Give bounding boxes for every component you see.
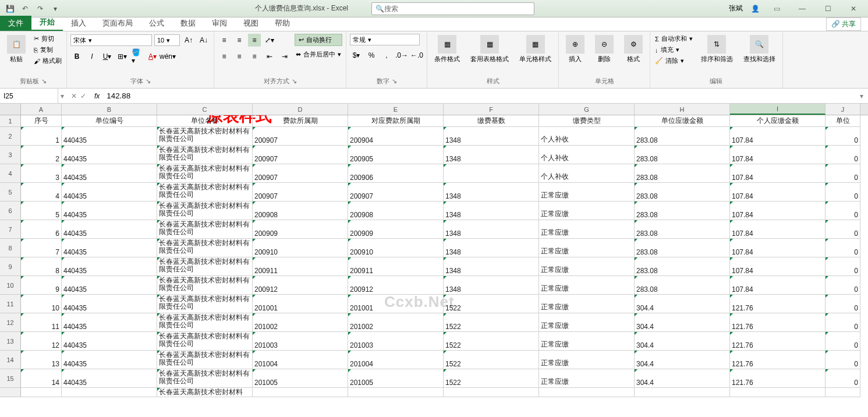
cell[interactable] [21,388,62,397]
cell[interactable]: 长春蓝天高新技术密封材料有限责任公司 [157,127,253,146]
cell[interactable]: 长春蓝天高新技术密封材料有限责任公司 [157,276,253,295]
cell[interactable]: 0 [826,369,860,388]
tab-layout[interactable]: 页面布局 [94,16,141,31]
cell[interactable]: 107.84 [730,276,826,295]
cell[interactable]: 440435 [62,369,157,388]
cell[interactable]: 正常应缴 [539,313,635,332]
cell[interactable]: 200907 [253,127,348,146]
cell-styles-button[interactable]: ▦单元格样式 [516,34,555,65]
cell[interactable]: 8 [21,257,62,276]
cell[interactable]: 304.4 [635,295,730,313]
cell[interactable]: 283.08 [635,220,730,239]
cell[interactable]: 201005 [348,369,444,388]
user-avatar-icon[interactable]: 👤 [751,5,760,13]
header-cell[interactable]: 单位应缴金额 [635,115,730,127]
cell[interactable] [444,388,539,397]
cell[interactable]: 1348 [444,146,539,164]
cell[interactable]: 3 [21,164,62,183]
cell[interactable]: 107.84 [730,146,826,164]
cell[interactable]: 200912 [348,276,444,295]
cell[interactable]: 200911 [253,257,348,276]
font-size-select[interactable]: 10▾ [154,34,180,46]
cell[interactable] [444,164,539,183]
user-name[interactable]: 张斌 [729,3,743,13]
cell[interactable]: 6 [21,220,62,239]
merge-center-button[interactable]: ⬌合并后居中▾ [295,50,342,59]
cell[interactable]: 1348 [444,276,539,295]
cell[interactable]: 200904 [348,127,444,146]
cell[interactable]: 正常应缴 [539,239,635,257]
maximize-icon[interactable]: ☐ [819,2,837,15]
row-header[interactable]: 7 [0,220,21,239]
select-all-corner[interactable] [0,104,21,115]
cell[interactable]: 440435 [62,351,157,369]
tab-file[interactable]: 文件 [0,16,31,31]
align-left-icon[interactable]: ≡ [218,50,231,63]
cell[interactable]: 201003 [348,332,444,351]
clear-button[interactable]: 🧹清除▾ [654,56,694,66]
cell[interactable]: 长春蓝天高新技术密封材料有限责任公司 [157,146,253,164]
header-cell[interactable]: 单位名称 [157,115,253,127]
cell[interactable]: 0 [826,351,860,369]
cell[interactable]: 200908 [253,202,348,220]
col-header-F[interactable]: F [444,104,539,115]
cell[interactable]: 长春蓝天高新技术密封材料有限责任公司 [157,313,253,332]
cell[interactable]: 201005 [253,369,348,388]
cell[interactable]: 283.08 [635,164,730,183]
col-header-J[interactable]: J [826,104,860,115]
autosum-button[interactable]: Σ自动求和▾ [654,34,694,44]
header-cell[interactable]: 序号 [21,115,62,127]
col-header-B[interactable]: B [62,104,157,115]
row-header[interactable]: 14 [0,351,21,369]
cell[interactable] [635,388,730,397]
row-header[interactable]: 8 [0,239,21,257]
percent-icon[interactable]: % [365,49,378,62]
cell[interactable]: 440435 [62,183,157,202]
search-input[interactable] [384,5,530,13]
cell[interactable]: 200906 [348,164,444,183]
cell[interactable]: 201002 [348,313,444,332]
cell[interactable]: 440435 [62,313,157,332]
decrease-font-icon[interactable]: A↓ [197,34,210,47]
cell[interactable]: 200909 [348,220,444,239]
dialog-launcher-icon[interactable]: ↘ [41,77,47,85]
cell[interactable]: 10 [21,295,62,313]
share-button[interactable]: 🔗 共享 [826,17,861,31]
cell[interactable]: 1348 [444,220,539,239]
cell[interactable]: 107.84 [730,220,826,239]
col-header-C[interactable]: C [157,104,253,115]
row-header[interactable]: 9 [0,257,21,276]
cell[interactable]: 2 [21,146,62,164]
undo-icon[interactable]: ↶ [20,3,30,14]
header-cell[interactable]: 对应费款所属期 [348,115,444,127]
cell[interactable]: 个人补收 [539,146,635,164]
cell[interactable]: 200910 [253,239,348,257]
cell[interactable]: 0 [826,257,860,276]
cell[interactable]: 正常应缴 [539,183,635,202]
cell[interactable]: 0 [826,164,860,183]
cell[interactable]: 200907 [253,183,348,202]
cell[interactable]: 正常应缴 [539,295,635,313]
tab-review[interactable]: 审阅 [204,16,235,31]
header-cell[interactable]: 缴费类型 [539,115,635,127]
cell[interactable] [826,388,860,397]
cell[interactable]: 440435 [62,295,157,313]
tab-insert[interactable]: 插入 [63,16,94,31]
cell[interactable]: 201004 [348,351,444,369]
cell[interactable] [539,388,635,397]
cell[interactable]: 0 [826,239,860,257]
find-select-button[interactable]: 🔍查找和选择 [740,34,779,65]
save-icon[interactable]: 💾 [5,3,15,14]
cell[interactable]: 长春蓝天高新技术密封材料有限责任公司 [157,332,253,351]
row-header[interactable]: 12 [0,313,21,332]
cell[interactable]: 440435 [62,332,157,351]
cell[interactable]: 283.08 [635,276,730,295]
cell[interactable]: 107.84 [730,183,826,202]
cell[interactable]: 长春蓝天高新技术密封材料有限责任公司 [157,295,253,313]
cell[interactable]: 0 [826,127,860,146]
fill-color-button[interactable]: 🪣▾ [131,50,144,63]
tab-data[interactable]: 数据 [172,16,204,31]
cell[interactable]: 200911 [348,257,444,276]
cell[interactable]: 121.76 [730,369,826,388]
cell[interactable]: 200912 [253,276,348,295]
